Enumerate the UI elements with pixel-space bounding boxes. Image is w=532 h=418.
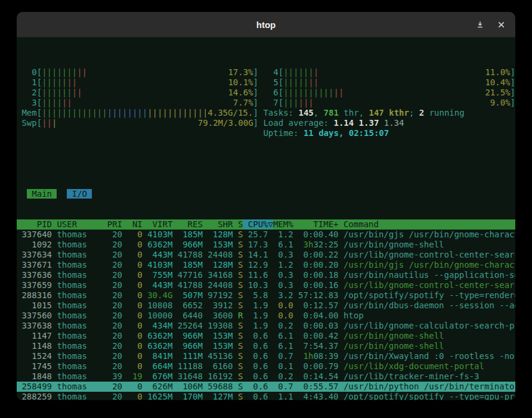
cell-virt: 30.4G — [143, 290, 173, 300]
tasks-line-segment: thr — [339, 108, 359, 117]
column-header-shr[interactable]: SHR — [203, 219, 233, 229]
process-row[interactable]: 337638 thomas 20 0 434M 25264 19308 S 1.… — [17, 321, 515, 331]
cell-virt: 841M — [143, 351, 173, 361]
sort-arrow-icon[interactable]: ▽ — [268, 219, 273, 229]
column-header-command[interactable]: Command — [339, 219, 379, 229]
cell-pri: 20 — [102, 301, 122, 310]
process-row[interactable]: 337634 thomas 20 0 443M 41788 24408 S 14… — [17, 250, 515, 260]
cell-ni: 0 — [122, 301, 143, 310]
column-header-time[interactable]: TIME+ — [293, 219, 339, 229]
meter-pipes: ||||||||| — [42, 67, 87, 78]
meter-value: 21.5% — [485, 88, 510, 98]
cell-state: S — [233, 230, 243, 239]
cell-command: /usr/lib/tracker-miner-fs-3 — [339, 371, 480, 381]
column-header-user[interactable]: USER — [52, 219, 102, 229]
column-header-cpu[interactable]: CPU% — [243, 219, 268, 229]
cell-mem: 1.2 — [273, 230, 293, 239]
receive-terminal-icon[interactable] — [475, 20, 485, 29]
cell-time: 0:00.20 — [293, 260, 339, 270]
process-row[interactable]: 337671 thomas 20 0 4103M 185M 128M S 12.… — [17, 260, 515, 270]
cell-command: /usr/bin/python /usr/bin/terminator — [339, 382, 515, 391]
process-row[interactable]: 1148 thomas 20 0 6362M 966M 153M S 0.6 6… — [17, 341, 515, 351]
sort-arrow-slot — [268, 331, 273, 340]
column-header-pid[interactable]: PID — [17, 219, 52, 229]
cell-ni: 0 — [122, 250, 143, 259]
sort-arrow-slot — [268, 240, 273, 249]
cell-ni: 0 — [122, 321, 143, 330]
column-header-mem[interactable]: MEM% — [273, 219, 293, 229]
meter-pipes: ||||||||||||||||||||||||||||||||| — [42, 108, 208, 118]
process-row[interactable]: 1524 thomas 20 0 841M 111M 45136 S 0.6 0… — [17, 351, 515, 361]
sort-arrow-slot — [268, 260, 273, 270]
meter-pipe-segment: |||||||||| — [283, 88, 333, 97]
meter-pipe-segment: |||||||||||| — [147, 108, 208, 117]
cell-time: 3h — [293, 240, 314, 249]
process-row[interactable]: 288316 thomas 20 0 30.4G 507M 97192 S 5.… — [17, 290, 515, 301]
cell-mem: 0.3 — [273, 280, 293, 290]
meter-value: 14.6% — [228, 88, 253, 98]
sort-arrow-slot — [268, 321, 273, 330]
column-header-pri[interactable]: PRI — [102, 219, 122, 229]
cell-virt: 443M — [143, 250, 173, 259]
process-row[interactable]: 337659 thomas 20 0 443M 41788 24408 S 10… — [17, 280, 515, 290]
process-row[interactable]: 1147 thomas 20 0 6362M 966M 153M S 0.6 6… — [17, 331, 515, 341]
meter-pipe-segment: ||| — [283, 98, 298, 107]
cell-time: 0:00.18 — [293, 270, 339, 280]
cell-state: S — [233, 331, 243, 340]
meter-bracket: ] — [253, 88, 258, 98]
tab-main[interactable]: Main — [27, 189, 57, 199]
load-average-line-segment: Load average: — [263, 118, 333, 128]
process-row[interactable]: 1848 thomas 39 19 676M 31648 16192 S 0.6… — [17, 371, 515, 382]
cell-time: 57:12.83 — [293, 290, 339, 300]
meter-bracket: [ — [279, 98, 283, 108]
cell-pri: 20 — [102, 331, 122, 340]
column-header-res[interactable]: RES — [172, 219, 203, 229]
process-row[interactable]: 1015 thomas 20 0 10808 6652 3912 S 1.9 0… — [17, 301, 515, 311]
sort-arrow-slot — [268, 280, 273, 290]
cell-state: S — [233, 382, 243, 391]
meter-body: ||||||7.7% — [42, 98, 253, 108]
meter-pipe-segment: | — [52, 118, 57, 128]
meter-pipe-segment: ||||| — [42, 78, 67, 87]
process-row[interactable]: 1092 thomas 20 0 6362M 966M 153M S 17.3 … — [17, 240, 515, 250]
process-row[interactable]: 337560 thomas 20 0 10000 6440 3600 R 1.9… — [17, 311, 515, 321]
meter-body: ||||||||14.6% — [42, 88, 253, 98]
cell-shr: 24408 — [203, 250, 233, 259]
process-row[interactable]: 1745 thomas 20 0 664M 11188 6160 S 0.6 0… — [17, 361, 515, 371]
cell-state: R — [233, 311, 243, 320]
process-row[interactable]: 258499 thomas 20 0 626M 106M 59688 S 0.6… — [17, 382, 515, 392]
cell-cpu: 11.6 — [243, 270, 268, 280]
cell-time: 0:00.22 — [293, 250, 339, 259]
cell-cpu: 5.8 — [243, 290, 268, 300]
cell-shr: 153M — [203, 331, 233, 340]
tab-io[interactable]: I/O — [67, 189, 92, 199]
column-header-virt[interactable]: VIRT — [143, 219, 173, 229]
cell-shr: 16192 — [203, 371, 233, 381]
process-row[interactable]: 337640 thomas 20 0 4103M 185M 128M S 25.… — [17, 230, 515, 240]
cell-user: thomas — [52, 321, 102, 330]
meter-label: 1 — [17, 78, 37, 88]
column-header-ni[interactable]: NI — [122, 219, 143, 229]
meter-pipe-segment: || — [308, 78, 318, 87]
cell-res: 47716 — [172, 270, 203, 280]
table-header-row[interactable]: PID USER PRI NI VIRT RES SHR S CPU%▽MEM%… — [17, 219, 515, 230]
close-icon[interactable] — [497, 20, 506, 29]
meter-pipe-segment: |||||| — [42, 88, 72, 97]
process-row[interactable]: 288259 thomas 20 0 1625M 170M 127M S 0.6… — [17, 392, 515, 400]
cpu-meter-2: 2[||||||||14.6%] — [17, 88, 258, 98]
cell-time: 0:04.00 — [293, 311, 339, 320]
cell-state: S — [233, 301, 243, 310]
cell-cpu: 1.9 — [243, 301, 268, 310]
cell-virt: 664M — [143, 361, 173, 371]
cell-shr: 24408 — [203, 280, 233, 290]
process-row[interactable]: 337636 thomas 20 0 755M 47716 34168 S 11… — [17, 270, 515, 280]
cell-command: /usr/bin/gnome-shell — [339, 331, 444, 340]
titlebar-icons — [475, 12, 506, 37]
cell-pid: 1148 — [17, 341, 52, 351]
cell-pri: 20 — [102, 311, 122, 320]
title-bar[interactable]: htop — [17, 12, 515, 38]
meter-pipe-segment: || — [67, 78, 77, 87]
indent — [17, 189, 27, 199]
cpu-meter-4: 4[|||||||11.0%] — [258, 67, 515, 78]
column-header-state[interactable]: S — [233, 219, 243, 229]
